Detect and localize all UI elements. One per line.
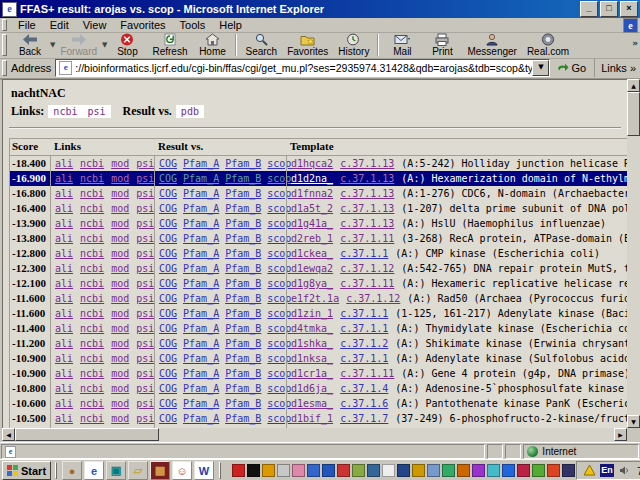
template-id-link[interactable]: d1esma_ xyxy=(291,398,333,409)
address-input[interactable]: e ://bioinformatics.ljcrf.edu/cgi-bin/ff… xyxy=(55,59,550,77)
menu-favorites[interactable]: Favorites xyxy=(113,19,172,31)
taskbar-small-icon-3[interactable] xyxy=(262,464,275,477)
taskbar-small-icon-22[interactable] xyxy=(547,464,560,477)
link-mod[interactable]: mod xyxy=(111,383,129,394)
print-button[interactable]: Print xyxy=(422,33,462,58)
addressbar-grab-handle[interactable] xyxy=(2,60,7,76)
menubar-grab-handle[interactable] xyxy=(2,19,7,31)
link-psi[interactable]: psi xyxy=(136,323,154,334)
link-pfam_b[interactable]: Pfam_B xyxy=(225,413,261,424)
link-ali[interactable]: ali xyxy=(55,218,73,229)
scop-fold-link[interactable]: c.37.1.11 xyxy=(340,233,394,244)
link-ali[interactable]: ali xyxy=(55,368,73,379)
link-pfam_b[interactable]: Pfam_B xyxy=(225,368,261,379)
link-ncbi[interactable]: ncbi xyxy=(80,368,104,379)
link-psi[interactable]: psi xyxy=(136,368,154,379)
link-pfam_b[interactable]: Pfam_B xyxy=(225,158,261,169)
taskbar-small-icon-7[interactable] xyxy=(322,464,335,477)
link-ncbi[interactable]: ncbi xyxy=(80,248,104,259)
link-mod[interactable]: mod xyxy=(111,233,129,244)
template-id-link[interactable]: d4tmka_ xyxy=(291,323,333,334)
link-cog[interactable]: COG xyxy=(159,233,177,244)
link-ncbi[interactable]: ncbi xyxy=(80,203,104,214)
taskbar-small-icon-23[interactable] xyxy=(562,464,575,477)
link-pfam_a[interactable]: Pfam_A xyxy=(183,263,219,274)
forward-button[interactable]: Forward xyxy=(55,33,102,58)
scroll-left-icon[interactable]: ◀ xyxy=(2,428,15,441)
menu-edit[interactable]: Edit xyxy=(43,19,76,31)
template-id-link[interactable]: d1ewqa2 xyxy=(291,263,333,274)
link-psi[interactable]: psi xyxy=(136,338,154,349)
messenger-button[interactable]: Messenger xyxy=(462,33,521,58)
link-mod[interactable]: mod xyxy=(111,308,129,319)
link-ali[interactable]: ali xyxy=(55,308,73,319)
template-id-link[interactable]: d1d6ja_ xyxy=(291,383,333,394)
taskbar-small-icon-2[interactable] xyxy=(247,464,260,477)
toolbar-overflow-chevron[interactable]: » xyxy=(632,38,638,48)
link-psi[interactable]: psi xyxy=(136,413,154,424)
link-ali[interactable]: ali xyxy=(55,233,73,244)
home-button[interactable]: Home xyxy=(192,33,232,58)
link-mod[interactable]: mod xyxy=(111,188,129,199)
realcom-button[interactable]: Real.com xyxy=(522,33,574,58)
taskbar-small-icon-19[interactable] xyxy=(502,464,515,477)
link-pfam_b[interactable]: Pfam_B xyxy=(225,383,261,394)
taskbar-small-icon-8[interactable] xyxy=(337,464,350,477)
link-ncbi[interactable]: ncbi xyxy=(80,338,104,349)
link-pfam_b[interactable]: Pfam_B xyxy=(225,173,261,184)
link-cog[interactable]: COG xyxy=(159,278,177,289)
link-pfam_b[interactable]: Pfam_B xyxy=(225,218,261,229)
link-ali[interactable]: ali xyxy=(55,278,73,289)
link-cog[interactable]: COG xyxy=(159,383,177,394)
template-id-link[interactable]: e1f2t.1a xyxy=(291,293,339,304)
taskbar-small-icon-1[interactable] xyxy=(232,464,245,477)
menu-tools[interactable]: Tools xyxy=(173,19,213,31)
link-pfam_b[interactable]: Pfam_B xyxy=(225,293,261,304)
start-button[interactable]: Start xyxy=(2,461,51,480)
taskbar-small-icon-15[interactable] xyxy=(442,464,455,477)
link-cog[interactable]: COG xyxy=(159,338,177,349)
link-cog[interactable]: COG xyxy=(159,158,177,169)
link-ncbi[interactable]: ncbi xyxy=(80,173,104,184)
template-id-link[interactable]: d1cr1a_ xyxy=(291,368,333,379)
menu-help[interactable]: Help xyxy=(212,19,249,31)
link-ncbi[interactable]: ncbi xyxy=(80,308,104,319)
quicklaunch-show-desktop-icon[interactable]: ▣ xyxy=(106,461,126,480)
link-psi[interactable]: psi xyxy=(136,248,154,259)
taskbar-small-icon-13[interactable] xyxy=(412,464,425,477)
links-toolbar[interactable]: Links » xyxy=(594,59,640,77)
template-id-link[interactable]: d1hqca2 xyxy=(291,158,333,169)
link-pfam_a[interactable]: Pfam_A xyxy=(183,398,219,409)
link-ali[interactable]: ali xyxy=(55,158,73,169)
back-button[interactable]: Back xyxy=(10,33,50,58)
link-mod[interactable]: mod xyxy=(111,218,129,229)
scroll-down-icon[interactable]: ▼ xyxy=(627,415,640,428)
link-psi[interactable]: psi xyxy=(136,188,154,199)
stop-button[interactable]: Stop xyxy=(107,33,147,58)
link-cog[interactable]: COG xyxy=(159,368,177,379)
scroll-right-icon[interactable]: ▶ xyxy=(614,428,627,441)
link-pfam_a[interactable]: Pfam_A xyxy=(183,188,219,199)
link-pfam_a[interactable]: Pfam_A xyxy=(183,278,219,289)
vertical-scroll-thumb[interactable] xyxy=(627,92,640,136)
query-link-psi[interactable]: psi xyxy=(87,106,105,117)
link-pfam_b[interactable]: Pfam_B xyxy=(225,398,261,409)
link-psi[interactable]: psi xyxy=(136,278,154,289)
query-link-ncbi[interactable]: ncbi xyxy=(53,106,77,117)
link-ncbi[interactable]: ncbi xyxy=(80,413,104,424)
scop-fold-link[interactable]: c.37.1.12 xyxy=(346,293,400,304)
link-pfam_b[interactable]: Pfam_B xyxy=(225,353,261,364)
link-pfam_a[interactable]: Pfam_A xyxy=(183,323,219,334)
link-pfam_b[interactable]: Pfam_B xyxy=(225,248,261,259)
link-cog[interactable]: COG xyxy=(159,173,177,184)
link-pfam_a[interactable]: Pfam_A xyxy=(183,173,219,184)
link-mod[interactable]: mod xyxy=(111,398,129,409)
link-cog[interactable]: COG xyxy=(159,188,177,199)
scop-fold-link[interactable]: c.37.1.13 xyxy=(340,188,394,199)
taskbar-small-icon-18[interactable] xyxy=(487,464,500,477)
link-pfam_a[interactable]: Pfam_A xyxy=(183,203,219,214)
maximize-button[interactable]: □ xyxy=(600,1,618,17)
link-ncbi[interactable]: ncbi xyxy=(80,158,104,169)
link-mod[interactable]: mod xyxy=(111,278,129,289)
template-id-link[interactable]: d1bif_1 xyxy=(291,413,333,424)
